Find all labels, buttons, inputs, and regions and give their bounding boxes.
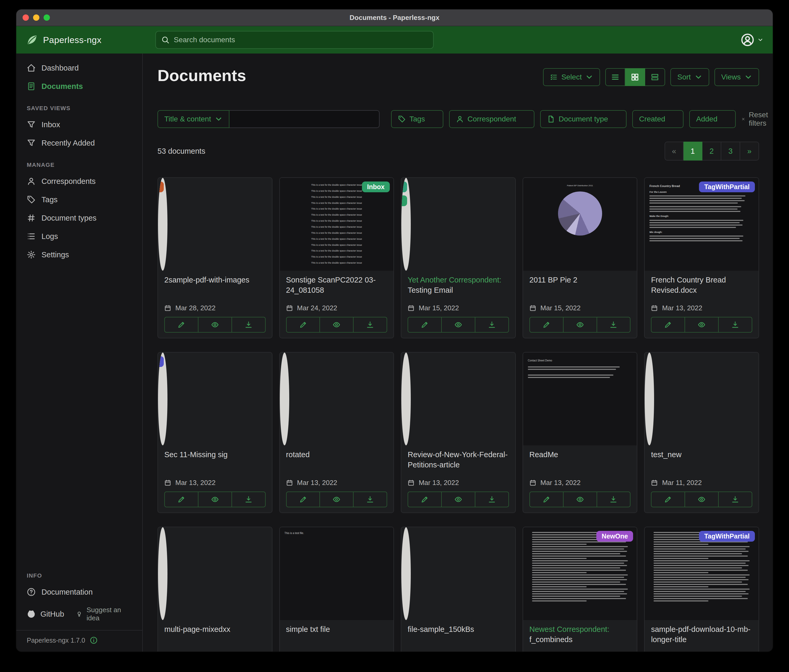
download-button[interactable]	[597, 492, 631, 507]
document-title[interactable]: ReadMe	[529, 449, 631, 471]
document-title[interactable]: 2011 BP Pie 2	[529, 275, 631, 297]
document-title[interactable]: Sonstige ScanPC2022 03-24_081058	[286, 275, 387, 297]
edit-button[interactable]	[286, 317, 320, 333]
document-thumbnail[interactable]: Partial TagInboxRelease NotesSimba ODBC …	[401, 178, 411, 271]
sidebar-item-correspondents[interactable]: Correspondents	[16, 172, 142, 190]
document-thumbnail[interactable]: TagWithPartial1.1. CONTINUING MEDICAL ED…	[158, 352, 168, 445]
select-button[interactable]: Select	[543, 68, 600, 86]
view-button[interactable]	[564, 317, 597, 333]
sidebar-item-inbox[interactable]: Inbox	[16, 115, 142, 134]
view-button[interactable]	[442, 492, 475, 507]
sidebar-item-documents[interactable]: Documents	[16, 77, 142, 96]
zoom-button[interactable]	[43, 14, 50, 21]
sidebar-item-tags[interactable]: Tags	[16, 190, 142, 209]
sidebar-item-documentation[interactable]: Documentation	[16, 583, 142, 601]
minimize-button[interactable]	[33, 14, 39, 21]
view-button[interactable]	[685, 492, 719, 507]
edit-button[interactable]	[407, 317, 442, 333]
pagination-page-button[interactable]: 3	[721, 142, 740, 161]
download-button[interactable]	[475, 317, 509, 333]
document-thumbnail[interactable]: Contact Sheet Demo	[523, 352, 637, 445]
pagination-prev-button[interactable]: «	[664, 142, 684, 161]
document-title[interactable]: file-sample_150kBs	[407, 624, 509, 646]
document-thumbnail[interactable]: Patient BP Distribution 2011	[523, 178, 637, 271]
grid-view-button[interactable]	[625, 68, 645, 86]
views-button[interactable]: Views	[714, 68, 759, 86]
tag-badge[interactable]: Partial Tag	[401, 182, 407, 192]
download-button[interactable]	[719, 492, 752, 507]
search-input[interactable]	[174, 36, 428, 44]
document-title[interactable]: sample-pdf-download-10-mb-longer-title	[651, 624, 752, 646]
detail-view-button[interactable]	[645, 68, 665, 86]
document-thumbnail[interactable]	[280, 352, 289, 445]
download-button[interactable]	[232, 317, 266, 333]
user-menu-button[interactable]	[741, 33, 763, 47]
edit-button[interactable]	[164, 492, 198, 507]
document-thumbnail[interactable]: Adobe Acrobat PDF Files	[645, 352, 654, 445]
view-button[interactable]	[442, 317, 475, 333]
info-icon[interactable]	[90, 636, 97, 644]
sidebar-item-dashboard[interactable]: Dashboard	[16, 59, 142, 77]
download-button[interactable]	[353, 317, 387, 333]
edit-button[interactable]	[529, 492, 564, 507]
edit-button[interactable]	[651, 317, 685, 333]
document-title[interactable]: Sec 11-Missing sig	[164, 449, 266, 471]
filter-added-button[interactable]: Added	[689, 110, 736, 128]
filter-field-selector-button[interactable]: Title & content	[158, 110, 229, 128]
document-thumbnail[interactable]: Review of New York Federal Petitions for…	[401, 352, 411, 445]
filter-document-type-button[interactable]: Document type	[540, 110, 626, 128]
tag-badge[interactable]: Inbox	[362, 182, 390, 192]
document-thumbnail[interactable]: This is a test file.	[280, 527, 394, 620]
tag-badge[interactable]: TagWithPartial	[699, 182, 755, 192]
document-thumbnail[interactable]: InboxThis is a test for the double space…	[280, 178, 394, 271]
view-button[interactable]	[320, 492, 353, 507]
list-view-button[interactable]	[605, 68, 625, 86]
sidebar-item-logs[interactable]: Logs	[16, 227, 142, 245]
sort-button[interactable]: Sort	[670, 68, 709, 86]
document-title[interactable]: Newest Correspondent: f_combineds	[529, 624, 631, 646]
document-title[interactable]: simple txt file	[286, 624, 387, 646]
tag-badge[interactable]: NewOne	[596, 531, 633, 541]
close-button[interactable]	[22, 14, 29, 21]
document-title[interactable]: multi-page-mixedxx	[164, 624, 266, 646]
reset-filters-button[interactable]: Reset filters	[741, 111, 771, 127]
github-link[interactable]: GitHub	[27, 610, 64, 618]
view-button[interactable]	[685, 317, 719, 333]
pagination-next-button[interactable]: »	[740, 142, 759, 161]
download-button[interactable]	[597, 317, 631, 333]
download-button[interactable]	[719, 317, 752, 333]
document-title[interactable]: 2sample-pdf-with-images	[164, 275, 266, 297]
download-button[interactable]	[353, 492, 387, 507]
edit-button[interactable]	[286, 492, 320, 507]
document-title[interactable]: rotated	[286, 449, 387, 471]
view-button[interactable]	[198, 492, 232, 507]
document-thumbnail[interactable]: Another Sample Tag	[158, 178, 168, 271]
document-thumbnail[interactable]: TagWithPartial	[645, 527, 759, 620]
filter-created-button[interactable]: Created	[632, 110, 684, 128]
edit-button[interactable]	[651, 492, 685, 507]
document-thumbnail[interactable]: TagWithPartialFrench Country BreadFor th…	[645, 178, 759, 271]
view-button[interactable]	[320, 317, 353, 333]
view-button[interactable]	[198, 317, 232, 333]
document-title[interactable]: Review-of-New-York-Federal-Petitions-art…	[407, 449, 509, 471]
download-button[interactable]	[475, 492, 509, 507]
pagination-page-button[interactable]: 1	[684, 142, 703, 161]
sidebar-item-recently-added[interactable]: Recently Added	[16, 134, 142, 152]
edit-button[interactable]	[164, 317, 198, 333]
sidebar-item-settings[interactable]: Settings	[16, 245, 142, 264]
edit-button[interactable]	[407, 492, 442, 507]
tag-badge[interactable]: Inbox	[401, 196, 407, 206]
tag-badge[interactable]: TagWithPartial	[699, 531, 755, 541]
document-thumbnail[interactable]: This is a multi page document. Page 1.	[158, 527, 168, 620]
suggest-idea-link[interactable]: Suggest an idea	[76, 606, 132, 622]
pagination-page-button[interactable]: 2	[703, 142, 721, 161]
filter-correspondent-button[interactable]: Correspondent	[449, 110, 534, 128]
brand[interactable]: Paperless-ngx	[26, 33, 155, 46]
tag-badge[interactable]: Another Sample Tag	[158, 182, 164, 192]
document-title[interactable]: test_new	[651, 449, 752, 471]
download-button[interactable]	[232, 492, 266, 507]
document-title[interactable]: Yet Another Correspondent: Testing Email	[407, 275, 509, 297]
document-thumbnail[interactable]: NewOne	[523, 527, 637, 620]
filter-tags-button[interactable]: Tags	[391, 110, 443, 128]
view-button[interactable]	[564, 492, 597, 507]
